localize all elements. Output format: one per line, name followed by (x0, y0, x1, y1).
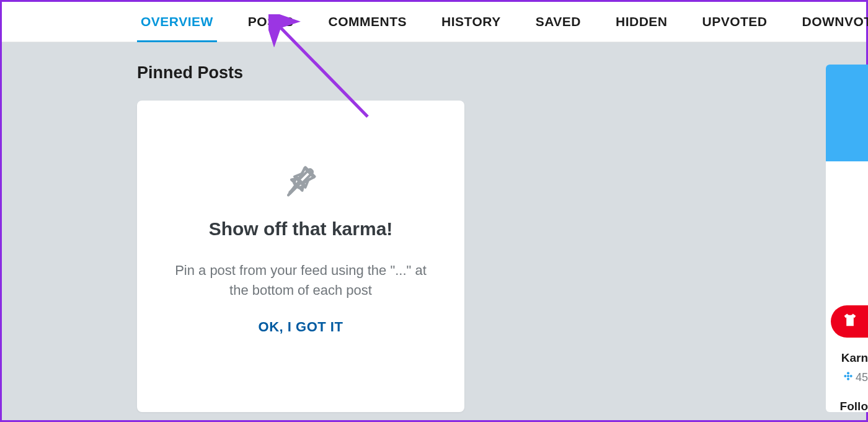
pinned-card-body: Pin a post from your feed using the "...… (167, 261, 434, 300)
tab-upvoted[interactable]: UPVOTED (699, 2, 771, 42)
tab-saved[interactable]: SAVED (532, 2, 585, 42)
sidebar-karma-number: 45 (856, 371, 868, 384)
shirt-icon (841, 312, 859, 331)
sidebar-banner (826, 65, 868, 161)
tab-hidden[interactable]: HIDDEN (612, 2, 671, 42)
sidebar-karma-value: 45 (843, 371, 868, 384)
tab-history[interactable]: HISTORY (438, 2, 505, 42)
pinned-card-headline: Show off that karma! (209, 218, 393, 240)
tab-posts[interactable]: POSTS (244, 2, 298, 42)
svg-point-6 (850, 375, 852, 377)
tab-overview[interactable]: OVERVIEW (137, 2, 217, 42)
pin-icon (282, 163, 319, 202)
sidebar-karma-label: Karn (841, 351, 868, 365)
karma-flower-icon (843, 371, 853, 384)
svg-point-5 (844, 375, 846, 377)
svg-point-4 (847, 378, 849, 380)
tab-comments[interactable]: COMMENTS (325, 2, 411, 42)
svg-point-3 (847, 372, 849, 374)
profile-sidebar: Karn 45 Follo (826, 65, 868, 412)
svg-point-2 (847, 375, 849, 377)
sidebar-followers-label: Follo (840, 400, 868, 412)
profile-tabbar: OVERVIEW POSTS COMMENTS HISTORY SAVED HI… (2, 2, 866, 42)
pinned-posts-card: Show off that karma! Pin a post from you… (137, 101, 464, 412)
tab-downvoted[interactable]: DOWNVOTED (799, 2, 868, 42)
pinned-card-cta-button[interactable]: OK, I GOT IT (259, 319, 343, 335)
style-avatar-button[interactable] (831, 305, 868, 338)
section-title-pinned: Pinned Posts (137, 63, 243, 83)
content-area: Pinned Posts Show off that karma! Pin a … (2, 42, 866, 420)
